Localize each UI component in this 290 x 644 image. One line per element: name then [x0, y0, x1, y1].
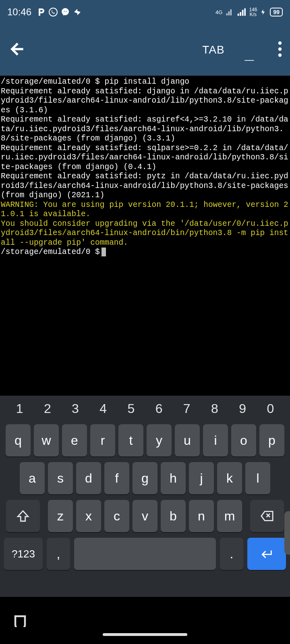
enter-icon	[260, 547, 273, 561]
terminal-warning: WARNING: You are using pip version 20.1.…	[1, 200, 289, 219]
key-u[interactable]: u	[175, 424, 200, 456]
key-period[interactable]: .	[220, 538, 243, 570]
key-f[interactable]: f	[104, 462, 129, 494]
whatsapp-icon	[48, 7, 58, 17]
key-comma[interactable]: ,	[47, 538, 70, 570]
key-v[interactable]: v	[133, 500, 157, 532]
svg-point-2	[278, 41, 282, 45]
key-z[interactable]: z	[48, 500, 73, 532]
key-2[interactable]: 2	[35, 401, 60, 416]
soft-keyboard: 1 2 3 4 5 6 7 8 9 0 q w e r t y u i o p …	[0, 396, 290, 597]
keyboard-number-row: 1 2 3 4 5 6 7 8 9 0	[3, 400, 287, 419]
svg-point-1	[62, 8, 69, 15]
app-icon	[72, 7, 82, 17]
key-w[interactable]: w	[34, 424, 59, 456]
key-x[interactable]: x	[76, 500, 101, 532]
terminal-line: Requirement already satisfied: django in…	[1, 87, 289, 116]
keyboard-row-asdf: a s d f g h j k l	[3, 462, 287, 494]
key-enter[interactable]	[247, 538, 286, 570]
terminal-line: Requirement already satisfied: sqlparse>…	[1, 144, 289, 172]
key-b[interactable]: b	[161, 500, 186, 532]
terminal-line: Requirement already satisfied: asgiref<4…	[1, 115, 289, 144]
key-7[interactable]: 7	[175, 401, 199, 416]
key-g[interactable]: g	[133, 462, 157, 494]
key-t[interactable]: t	[118, 424, 143, 456]
key-y[interactable]: y	[147, 424, 172, 456]
app-toolbar: TAB _	[0, 24, 290, 76]
network-speed: 146 K/s	[249, 7, 257, 17]
key-d[interactable]: d	[76, 462, 101, 494]
system-navbar	[0, 597, 290, 644]
keyboard-row-zxcv: z x c v b n m	[3, 500, 287, 532]
key-j[interactable]: j	[189, 462, 214, 494]
shift-icon	[16, 509, 30, 523]
key-h[interactable]: h	[161, 462, 186, 494]
edge-panel-handle[interactable]	[284, 511, 290, 555]
key-1[interactable]: 1	[8, 401, 32, 416]
cursor	[102, 248, 106, 256]
terminal-prompt: /storage/emulated/0 $	[1, 248, 289, 257]
key-symbols[interactable]: ?123	[4, 538, 43, 570]
back-button[interactable]	[8, 40, 26, 60]
key-3[interactable]: 3	[63, 401, 87, 416]
key-e[interactable]: e	[62, 424, 87, 456]
tab-button[interactable]: TAB	[202, 43, 224, 56]
keyboard-row-bottom: ?123 , .	[3, 538, 287, 570]
backspace-icon	[260, 509, 274, 523]
key-shift[interactable]	[6, 500, 40, 532]
key-c[interactable]: c	[104, 500, 129, 532]
signal-icon-1	[226, 8, 234, 16]
messenger-icon	[60, 7, 70, 17]
key-i[interactable]: i	[203, 424, 228, 456]
key-o[interactable]: o	[231, 424, 256, 456]
charging-icon	[260, 8, 267, 16]
terminal-line: /storage/emulated/0 $ pip install django	[1, 77, 289, 87]
status-bar: 10:46 4G 146 K/s 99	[0, 0, 290, 24]
terminal-output[interactable]: /storage/emulated/0 $ pip install django…	[0, 76, 290, 396]
minimize-button[interactable]: _	[245, 44, 254, 62]
status-time: 10:46	[7, 6, 31, 18]
key-m[interactable]: m	[217, 500, 242, 532]
svg-point-3	[278, 47, 282, 51]
key-k[interactable]: k	[217, 462, 242, 494]
key-6[interactable]: 6	[147, 401, 171, 416]
key-l[interactable]: l	[245, 462, 270, 494]
key-9[interactable]: 9	[230, 401, 255, 416]
key-a[interactable]: a	[20, 462, 45, 494]
network-type: 4G	[215, 9, 222, 15]
home-gesture-pill[interactable]	[103, 633, 187, 636]
key-4[interactable]: 4	[91, 401, 115, 416]
svg-point-4	[278, 54, 282, 57]
key-5[interactable]: 5	[119, 401, 143, 416]
key-n[interactable]: n	[189, 500, 214, 532]
keyboard-row-qwerty: q w e r t y u i o p	[3, 424, 287, 456]
key-space[interactable]	[74, 538, 216, 570]
key-s[interactable]: s	[48, 462, 73, 494]
terminal-warning: You should consider upgrading via the '/…	[1, 219, 289, 248]
key-backspace[interactable]	[250, 500, 284, 532]
svg-point-0	[49, 8, 57, 16]
signal-icon-2	[237, 8, 246, 17]
terminal-line: Requirement already satisfied: pytz in /…	[1, 172, 289, 200]
parking-icon	[36, 7, 46, 17]
status-notification-icons	[36, 7, 82, 17]
key-q[interactable]: q	[6, 424, 31, 456]
key-p[interactable]: p	[259, 424, 284, 456]
key-0[interactable]: 0	[258, 401, 282, 416]
key-r[interactable]: r	[90, 424, 115, 456]
recent-apps-button[interactable]	[13, 613, 27, 629]
key-8[interactable]: 8	[203, 401, 227, 416]
more-menu-button[interactable]	[278, 41, 282, 59]
battery-level: 99	[270, 8, 283, 17]
